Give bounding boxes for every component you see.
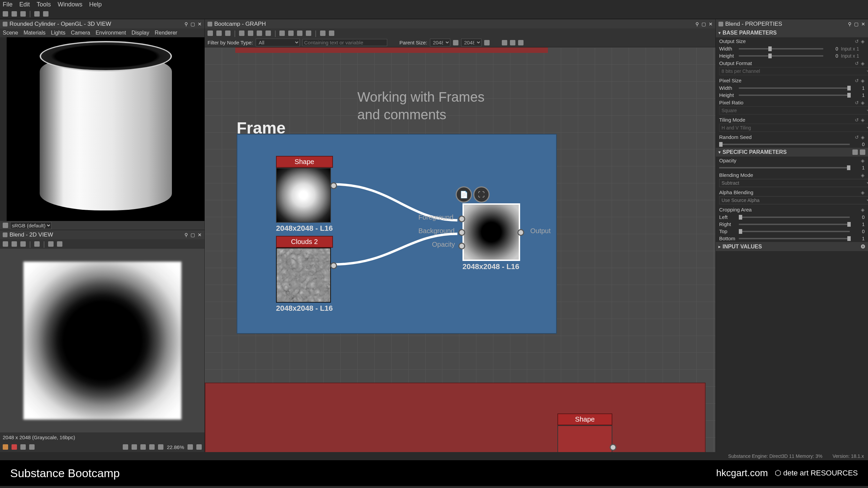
tool-icon[interactable] <box>852 149 858 155</box>
link-icon[interactable]: ◈ <box>861 39 865 44</box>
menu-edit[interactable]: Edit <box>19 1 30 8</box>
reset-icon[interactable] <box>188 444 193 450</box>
crop-left-slider[interactable] <box>739 217 850 218</box>
lock-icon[interactable] <box>196 444 202 450</box>
tool-icon[interactable] <box>34 241 40 247</box>
parent-size-2[interactable]: 2048 <box>461 39 481 46</box>
tool-icon[interactable] <box>320 30 326 36</box>
link-icon[interactable]: ◈ <box>861 172 865 178</box>
toolbar-display[interactable]: Display <box>132 30 149 36</box>
reset-icon[interactable]: ↺ <box>855 135 859 140</box>
tool-icon[interactable] <box>132 444 137 450</box>
tool-icon[interactable] <box>57 241 62 247</box>
alpha-blending-select[interactable]: Use Source Alpha <box>719 196 868 204</box>
tool-icon[interactable] <box>29 444 35 450</box>
node-shape-2[interactable]: Shape <box>557 413 612 452</box>
toolbar-materials[interactable]: Materials <box>23 30 45 36</box>
colorspace-select[interactable]: sRGB (default) <box>10 222 52 229</box>
reset-icon[interactable]: ↺ <box>855 39 859 44</box>
width-slider[interactable] <box>739 48 823 49</box>
tool-icon[interactable] <box>158 444 163 450</box>
menu-tools[interactable]: Tools <box>37 1 51 8</box>
view2d-canvas[interactable] <box>0 249 204 432</box>
reset-icon[interactable]: ↺ <box>855 100 859 105</box>
toolbar-scene[interactable]: Scene <box>3 30 18 36</box>
maximize-icon[interactable]: ▢ <box>702 21 706 27</box>
node-blend[interactable]: 📄 ⛶ 2048x2048 - L16 Foreground Backgroun… <box>462 203 520 271</box>
filter-type-select[interactable]: All <box>256 39 300 46</box>
tool-icon[interactable] <box>257 30 262 36</box>
height-slider[interactable] <box>739 55 823 57</box>
tool-icon[interactable] <box>288 30 294 36</box>
link-icon[interactable]: ◈ <box>861 207 865 212</box>
px-height-slider[interactable] <box>739 95 850 96</box>
reset-icon[interactable]: ↺ <box>855 61 859 66</box>
crop-right-slider[interactable] <box>739 224 850 225</box>
parent-size-1[interactable]: 2048 <box>430 39 450 46</box>
px-width-slider[interactable] <box>739 87 850 89</box>
tool-icon[interactable] <box>149 444 155 450</box>
swatch-icon[interactable] <box>12 444 17 450</box>
tool-icon[interactable] <box>510 40 515 45</box>
link-icon[interactable]: ◈ <box>861 78 865 83</box>
maximize-icon[interactable]: ▢ <box>191 232 195 238</box>
node-clouds[interactable]: Clouds 2 2048x2048 - L16 <box>276 236 333 313</box>
refresh-icon[interactable] <box>297 30 302 36</box>
pin-icon[interactable]: ⚲ <box>848 21 851 27</box>
tool-icon[interactable] <box>20 241 26 247</box>
graph-canvas[interactable]: Working with Frames and comments Frame S… <box>205 47 715 452</box>
link-icon[interactable] <box>453 40 458 45</box>
graph-frame-bottom[interactable] <box>205 383 706 452</box>
menu-help[interactable]: Help <box>89 1 102 8</box>
pin-icon[interactable]: ⚲ <box>184 232 188 238</box>
blend-menu-icon[interactable]: 📄 <box>456 186 472 203</box>
toolbar-camera[interactable]: Camera <box>71 30 90 36</box>
node-output-connector[interactable] <box>610 444 616 451</box>
tool-icon[interactable] <box>265 30 271 36</box>
pin-icon[interactable]: ⚲ <box>695 21 699 27</box>
crop-top-slider[interactable] <box>739 231 850 232</box>
link-icon[interactable]: ◈ <box>861 117 865 123</box>
section-specific-parameters[interactable]: ▾ SPECIFIC PARAMETERS <box>716 148 868 157</box>
link-icon[interactable]: ◈ <box>861 158 865 163</box>
node-shape[interactable]: Shape 2048x2048 - L16 <box>276 156 333 233</box>
close-icon[interactable]: ✕ <box>709 21 713 27</box>
camera-icon[interactable] <box>225 30 231 36</box>
reset-icon[interactable]: ↺ <box>855 78 859 83</box>
tool-icon[interactable] <box>48 241 54 247</box>
link-icon[interactable]: ◈ <box>861 100 865 105</box>
filter-text-input[interactable] <box>302 39 387 46</box>
home-icon[interactable] <box>3 11 8 17</box>
menu-windows[interactable]: Windows <box>58 1 82 8</box>
reset-icon[interactable]: ↺ <box>855 117 859 123</box>
blend-in-opacity[interactable] <box>458 243 465 249</box>
blend-expand-icon[interactable]: ⛶ <box>473 186 490 203</box>
tool-icon[interactable] <box>20 444 26 450</box>
node-output-connector[interactable] <box>330 182 337 189</box>
tiling-mode-select[interactable]: H and V Tiling <box>719 124 868 132</box>
section-input-values[interactable]: ▸ INPUT VALUES ⚙ <box>716 242 868 251</box>
section-base-parameters[interactable]: ▾ BASE PARAMETERS <box>716 28 868 37</box>
toolbar-lights[interactable]: Lights <box>51 30 65 36</box>
tool-icon[interactable] <box>248 30 253 36</box>
link-icon[interactable]: ◈ <box>861 61 865 66</box>
pin-icon[interactable]: ⚲ <box>184 21 188 27</box>
link-icon[interactable]: ◈ <box>861 135 865 140</box>
maximize-icon[interactable]: ▢ <box>191 21 195 27</box>
close-icon[interactable]: ✕ <box>861 21 865 27</box>
node-output-connector[interactable] <box>330 262 337 269</box>
toolbar-environment[interactable]: Environment <box>96 30 126 36</box>
save-icon[interactable] <box>20 11 26 17</box>
menu-file[interactable]: File <box>3 1 13 8</box>
close-icon[interactable]: ✕ <box>198 232 202 238</box>
opacity-slider[interactable] <box>719 167 850 168</box>
crop-bottom-slider[interactable] <box>739 238 850 239</box>
grid-icon[interactable] <box>123 444 128 450</box>
seed-slider[interactable] <box>719 144 850 145</box>
view3d-canvas[interactable] <box>7 37 204 221</box>
tool-icon[interactable] <box>12 241 17 247</box>
blending-mode-select[interactable]: Subtract <box>719 179 868 187</box>
blend-in-foreground[interactable] <box>458 216 465 222</box>
search-icon[interactable] <box>239 30 244 36</box>
maximize-icon[interactable]: ▢ <box>854 21 859 27</box>
